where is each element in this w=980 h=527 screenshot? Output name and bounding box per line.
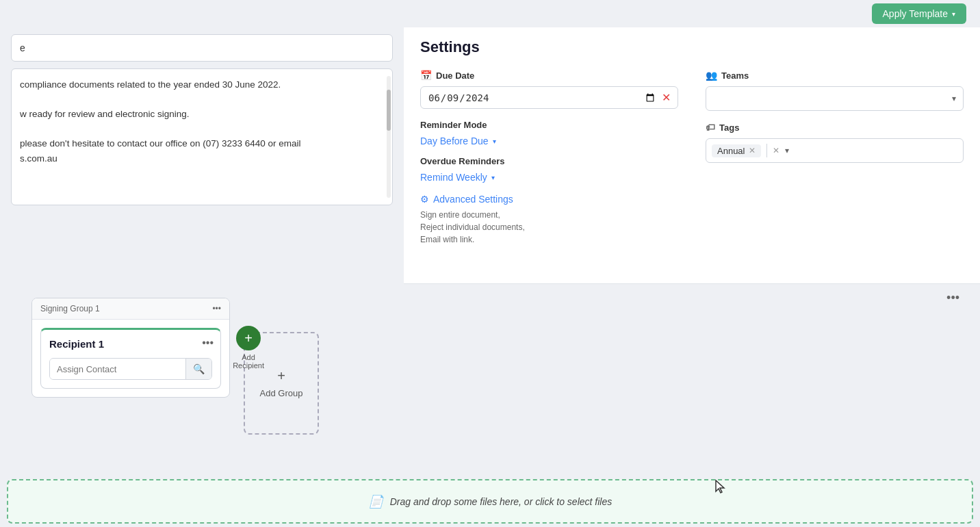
advanced-settings-description: Sign entire document, Reject individual …	[420, 209, 678, 246]
body-text-2: w ready for review and electronic signin…	[20, 107, 384, 122]
tag-icon: 🏷	[706, 122, 715, 133]
search-contact-button[interactable]: 🔍	[185, 359, 211, 379]
upload-icon: 📄	[368, 494, 383, 509]
tags-divider	[766, 144, 767, 157]
signing-group-title: Signing Group 1	[40, 304, 100, 313]
assign-contact-input[interactable]	[50, 359, 185, 379]
recipient-three-dot[interactable]: •••	[202, 337, 214, 349]
assign-contact-wrapper[interactable]: 🔍	[49, 358, 212, 380]
signing-group-header: Signing Group 1 •••	[32, 298, 229, 320]
reminder-mode-label: Reminder Mode	[420, 120, 678, 130]
overdue-reminders-section: Overdue Reminders Remind Weekly ▾	[420, 156, 678, 183]
signing-area: Signing Group 1 ••• ••• Recipient 1 🔍	[0, 284, 980, 483]
right-panel: Settings 📅 Due Date ✕ Reminder Mode	[404, 27, 980, 284]
add-recipient-icon: +	[244, 331, 253, 346]
settings-grid: 📅 Due Date ✕ Reminder Mode Day Before Du…	[420, 70, 964, 246]
recipient-card-1: ••• Recipient 1 🔍	[40, 328, 221, 389]
add-group-label: Add Group	[260, 388, 303, 398]
text-input-field[interactable]	[11, 34, 393, 62]
body-text-3: please don't hesitate to contact our off…	[20, 136, 384, 151]
tag-remove-annual[interactable]: ✕	[749, 146, 756, 155]
add-recipient-label: AddRecipient	[233, 353, 264, 370]
main-content: compliance documents related to the year…	[0, 27, 980, 527]
tag-label-annual: Annual	[717, 146, 745, 156]
signing-group-wrapper: Signing Group 1 ••• ••• Recipient 1 🔍	[31, 298, 230, 398]
overdue-reminders-label: Overdue Reminders	[420, 156, 678, 166]
tags-clear-button[interactable]: ✕	[773, 146, 779, 155]
teams-icon: 👥	[706, 70, 717, 81]
calendar-icon: 📅	[420, 70, 432, 81]
due-date-input[interactable]	[428, 92, 656, 104]
reminder-mode-section: Reminder Mode Day Before Due ▾	[420, 120, 678, 146]
advanced-settings-label: Advanced Settings	[433, 194, 513, 205]
add-recipient-wrapper: + AddRecipient	[233, 326, 264, 370]
clear-date-button[interactable]: ✕	[662, 91, 671, 104]
teams-chevron-icon: ▾	[952, 94, 956, 103]
settings-left-col: 📅 Due Date ✕ Reminder Mode Day Before Du…	[420, 70, 678, 246]
add-group-plus-icon: +	[277, 368, 285, 384]
overdue-reminders-dropdown[interactable]: Remind Weekly ▾	[420, 172, 678, 183]
due-date-wrapper[interactable]: ✕	[420, 86, 678, 109]
apply-template-label: Apply Template	[883, 8, 948, 19]
overdue-reminders-value: Remind Weekly	[420, 172, 487, 183]
teams-label: 👥 Teams	[706, 70, 964, 81]
advanced-settings-section: ⚙ Advanced Settings Sign entire document…	[420, 194, 678, 246]
overdue-reminders-chevron: ▾	[491, 174, 495, 181]
apply-template-chevron: ▾	[952, 10, 955, 18]
reminder-mode-dropdown[interactable]: Day Before Due ▾	[420, 136, 678, 146]
advanced-settings-link[interactable]: ⚙ Advanced Settings	[420, 194, 678, 205]
scrollbar-thumb[interactable]	[387, 90, 391, 131]
tags-chevron-icon: ▾	[785, 146, 789, 155]
file-drop-area[interactable]: 📄 Drag and drop some files here, or clic…	[7, 479, 973, 524]
reminder-mode-value: Day Before Due	[420, 136, 489, 146]
signing-group-container: Signing Group 1 ••• ••• Recipient 1 🔍	[11, 298, 969, 435]
reminder-mode-chevron: ▾	[493, 138, 496, 145]
signing-group-inner: ••• Recipient 1 🔍	[32, 320, 229, 397]
gear-icon: ⚙	[420, 194, 429, 205]
scrollbar-track[interactable]	[387, 76, 391, 198]
settings-right-col: 👥 Teams ▾ 🏷 Tags Annual ✕	[706, 70, 964, 246]
signing-section-menu[interactable]: •••	[946, 291, 959, 305]
signing-group-1: Signing Group 1 ••• ••• Recipient 1 🔍	[31, 298, 230, 398]
settings-title: Settings	[420, 38, 964, 56]
tags-label: 🏷 Tags	[706, 122, 964, 133]
tag-chip-annual: Annual ✕	[712, 144, 761, 157]
body-text-1: compliance documents related to the year…	[20, 77, 384, 92]
signing-group-three-dot[interactable]: •••	[212, 304, 221, 313]
text-area-content[interactable]: compliance documents related to the year…	[11, 68, 393, 205]
recipient-title: Recipient 1	[49, 338, 212, 350]
tags-wrapper[interactable]: Annual ✕ ✕ ▾	[706, 138, 964, 163]
due-date-label: 📅 Due Date	[420, 70, 678, 81]
apply-template-button[interactable]: Apply Template ▾	[872, 3, 966, 24]
teams-select[interactable]: ▾	[706, 86, 964, 111]
file-drop-text: Drag and drop some files here, or click …	[390, 496, 612, 507]
top-bar: Apply Template ▾	[0, 0, 980, 27]
add-recipient-button[interactable]: +	[236, 326, 261, 350]
body-text-4: s.com.au	[20, 151, 384, 166]
